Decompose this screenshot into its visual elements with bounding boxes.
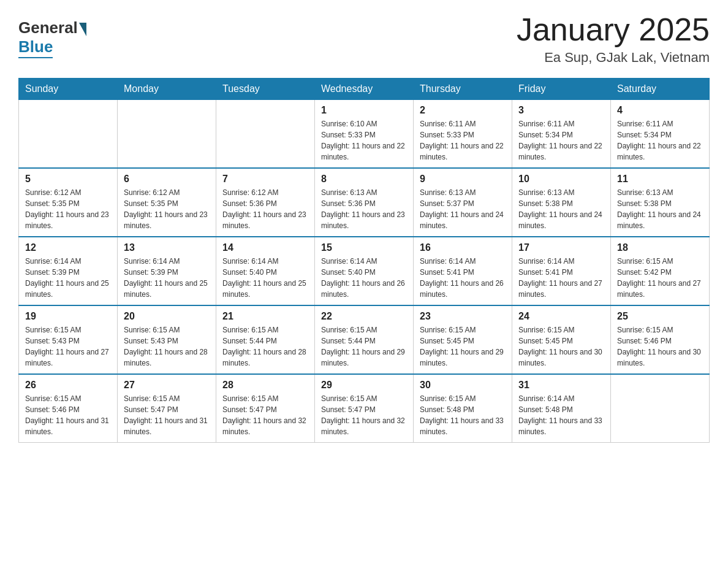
day-number: 31 [518, 380, 604, 391]
day-info: Sunrise: 6:11 AM Sunset: 5:34 PM Dayligh… [518, 118, 604, 163]
table-row: 6Sunrise: 6:12 AM Sunset: 5:35 PM Daylig… [118, 168, 216, 237]
page-header: General Blue January 2025 Ea Sup, GJak L… [18, 12, 710, 66]
day-info: Sunrise: 6:15 AM Sunset: 5:48 PM Dayligh… [420, 393, 506, 437]
day-info: Sunrise: 6:11 AM Sunset: 5:34 PM Dayligh… [617, 118, 703, 163]
table-row: 17Sunrise: 6:14 AM Sunset: 5:41 PM Dayli… [512, 237, 611, 305]
day-info: Sunrise: 6:11 AM Sunset: 5:33 PM Dayligh… [420, 118, 506, 163]
table-row: 27Sunrise: 6:15 AM Sunset: 5:47 PM Dayli… [118, 374, 216, 443]
day-info: Sunrise: 6:15 AM Sunset: 5:45 PM Dayligh… [518, 324, 604, 369]
calendar-table: Sunday Monday Tuesday Wednesday Thursday… [18, 78, 710, 443]
table-row: 5Sunrise: 6:12 AM Sunset: 5:35 PM Daylig… [19, 168, 118, 237]
table-row [118, 100, 216, 169]
day-number: 22 [321, 311, 407, 322]
logo-blue-text: Blue [18, 37, 53, 58]
col-friday: Friday [512, 79, 611, 100]
day-info: Sunrise: 6:14 AM Sunset: 5:40 PM Dayligh… [321, 256, 407, 300]
table-row: 29Sunrise: 6:15 AM Sunset: 5:47 PM Dayli… [315, 374, 414, 443]
day-number: 21 [222, 311, 308, 322]
day-number: 30 [420, 380, 506, 391]
day-number: 9 [420, 174, 506, 185]
table-row: 10Sunrise: 6:13 AM Sunset: 5:38 PM Dayli… [512, 168, 611, 237]
day-number: 4 [617, 105, 703, 116]
table-row: 23Sunrise: 6:15 AM Sunset: 5:45 PM Dayli… [414, 305, 512, 374]
day-info: Sunrise: 6:14 AM Sunset: 5:39 PM Dayligh… [124, 256, 210, 300]
table-row: 24Sunrise: 6:15 AM Sunset: 5:45 PM Dayli… [512, 305, 611, 374]
table-row: 26Sunrise: 6:15 AM Sunset: 5:46 PM Dayli… [19, 374, 118, 443]
table-row: 9Sunrise: 6:13 AM Sunset: 5:37 PM Daylig… [414, 168, 512, 237]
col-saturday: Saturday [611, 79, 710, 100]
day-number: 5 [25, 174, 111, 185]
calendar-week-4: 19Sunrise: 6:15 AM Sunset: 5:43 PM Dayli… [19, 305, 710, 374]
table-row: 15Sunrise: 6:14 AM Sunset: 5:40 PM Dayli… [315, 237, 414, 305]
table-row [216, 100, 315, 169]
calendar-header-row: Sunday Monday Tuesday Wednesday Thursday… [19, 79, 710, 100]
table-row: 30Sunrise: 6:15 AM Sunset: 5:48 PM Dayli… [414, 374, 512, 443]
day-info: Sunrise: 6:14 AM Sunset: 5:40 PM Dayligh… [222, 256, 308, 300]
col-monday: Monday [118, 79, 216, 100]
day-info: Sunrise: 6:15 AM Sunset: 5:44 PM Dayligh… [321, 324, 407, 369]
day-number: 19 [25, 311, 111, 322]
day-info: Sunrise: 6:14 AM Sunset: 5:39 PM Dayligh… [25, 256, 111, 300]
day-info: Sunrise: 6:15 AM Sunset: 5:43 PM Dayligh… [124, 324, 210, 369]
day-info: Sunrise: 6:13 AM Sunset: 5:37 PM Dayligh… [420, 187, 506, 231]
table-row [19, 100, 118, 169]
table-row: 2Sunrise: 6:11 AM Sunset: 5:33 PM Daylig… [414, 100, 512, 169]
table-row: 31Sunrise: 6:14 AM Sunset: 5:48 PM Dayli… [512, 374, 611, 443]
calendar-week-2: 5Sunrise: 6:12 AM Sunset: 5:35 PM Daylig… [19, 168, 710, 237]
table-row: 3Sunrise: 6:11 AM Sunset: 5:34 PM Daylig… [512, 100, 611, 169]
day-number: 28 [222, 380, 308, 391]
logo-general-text: General [18, 18, 78, 37]
day-number: 13 [124, 242, 210, 253]
table-row: 1Sunrise: 6:10 AM Sunset: 5:33 PM Daylig… [315, 100, 414, 169]
table-row: 21Sunrise: 6:15 AM Sunset: 5:44 PM Dayli… [216, 305, 315, 374]
table-row: 25Sunrise: 6:15 AM Sunset: 5:46 PM Dayli… [611, 305, 710, 374]
day-info: Sunrise: 6:15 AM Sunset: 5:46 PM Dayligh… [25, 393, 111, 437]
day-info: Sunrise: 6:15 AM Sunset: 5:45 PM Dayligh… [420, 324, 506, 369]
day-number: 12 [25, 242, 111, 253]
day-number: 10 [518, 174, 604, 185]
table-row: 11Sunrise: 6:13 AM Sunset: 5:38 PM Dayli… [611, 168, 710, 237]
day-info: Sunrise: 6:12 AM Sunset: 5:35 PM Dayligh… [25, 187, 111, 231]
table-row: 4Sunrise: 6:11 AM Sunset: 5:34 PM Daylig… [611, 100, 710, 169]
col-tuesday: Tuesday [216, 79, 315, 100]
table-row: 18Sunrise: 6:15 AM Sunset: 5:42 PM Dayli… [611, 237, 710, 305]
day-number: 2 [420, 105, 506, 116]
table-row: 22Sunrise: 6:15 AM Sunset: 5:44 PM Dayli… [315, 305, 414, 374]
calendar-week-1: 1Sunrise: 6:10 AM Sunset: 5:33 PM Daylig… [19, 100, 710, 169]
table-row: 12Sunrise: 6:14 AM Sunset: 5:39 PM Dayli… [19, 237, 118, 305]
logo: General Blue [18, 18, 86, 58]
day-number: 23 [420, 311, 506, 322]
table-row [611, 374, 710, 443]
table-row: 8Sunrise: 6:13 AM Sunset: 5:36 PM Daylig… [315, 168, 414, 237]
day-number: 8 [321, 174, 407, 185]
calendar-week-5: 26Sunrise: 6:15 AM Sunset: 5:46 PM Dayli… [19, 374, 710, 443]
day-info: Sunrise: 6:14 AM Sunset: 5:41 PM Dayligh… [518, 256, 604, 300]
day-info: Sunrise: 6:15 AM Sunset: 5:47 PM Dayligh… [222, 393, 308, 437]
month-title: January 2025 [517, 12, 710, 47]
day-info: Sunrise: 6:13 AM Sunset: 5:38 PM Dayligh… [518, 187, 604, 231]
table-row: 7Sunrise: 6:12 AM Sunset: 5:36 PM Daylig… [216, 168, 315, 237]
day-number: 7 [222, 174, 308, 185]
day-number: 14 [222, 242, 308, 253]
day-info: Sunrise: 6:13 AM Sunset: 5:38 PM Dayligh… [617, 187, 703, 231]
day-info: Sunrise: 6:15 AM Sunset: 5:42 PM Dayligh… [617, 256, 703, 300]
day-info: Sunrise: 6:12 AM Sunset: 5:36 PM Dayligh… [222, 187, 308, 231]
calendar-week-3: 12Sunrise: 6:14 AM Sunset: 5:39 PM Dayli… [19, 237, 710, 305]
table-row: 13Sunrise: 6:14 AM Sunset: 5:39 PM Dayli… [118, 237, 216, 305]
day-info: Sunrise: 6:15 AM Sunset: 5:44 PM Dayligh… [222, 324, 308, 369]
day-number: 25 [617, 311, 703, 322]
day-info: Sunrise: 6:10 AM Sunset: 5:33 PM Dayligh… [321, 118, 407, 163]
logo-triangle-icon [79, 23, 86, 36]
day-info: Sunrise: 6:15 AM Sunset: 5:46 PM Dayligh… [617, 324, 703, 369]
table-row: 19Sunrise: 6:15 AM Sunset: 5:43 PM Dayli… [19, 305, 118, 374]
day-number: 3 [518, 105, 604, 116]
table-row: 14Sunrise: 6:14 AM Sunset: 5:40 PM Dayli… [216, 237, 315, 305]
col-sunday: Sunday [19, 79, 118, 100]
title-section: January 2025 Ea Sup, GJak Lak, Vietnam [517, 12, 710, 66]
day-number: 26 [25, 380, 111, 391]
day-info: Sunrise: 6:14 AM Sunset: 5:48 PM Dayligh… [518, 393, 604, 437]
day-number: 27 [124, 380, 210, 391]
day-number: 15 [321, 242, 407, 253]
day-info: Sunrise: 6:13 AM Sunset: 5:36 PM Dayligh… [321, 187, 407, 231]
day-info: Sunrise: 6:15 AM Sunset: 5:43 PM Dayligh… [25, 324, 111, 369]
